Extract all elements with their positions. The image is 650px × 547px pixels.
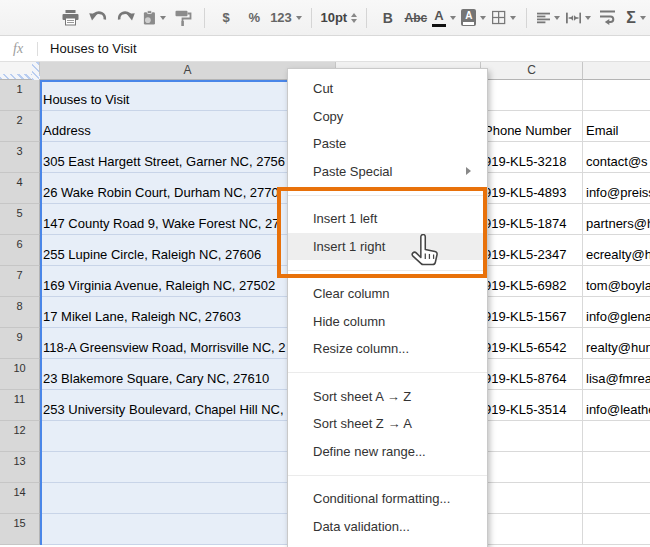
- row-header[interactable]: 13: [0, 452, 40, 483]
- cell-c6[interactable]: 919-KL5-2347: [481, 235, 583, 266]
- cell-d7[interactable]: tom@boyla: [583, 266, 650, 297]
- cell-c9[interactable]: 919-KL5-6542: [481, 328, 583, 359]
- cell-c4[interactable]: 919-KL5-4893: [481, 173, 583, 204]
- select-all-corner[interactable]: [0, 62, 40, 80]
- align-caret: [554, 16, 560, 23]
- cell-d2[interactable]: Email: [583, 111, 650, 142]
- text-color-button[interactable]: A: [433, 5, 455, 31]
- strikethrough-label: Abc: [405, 11, 428, 25]
- column-header-d[interactable]: [583, 62, 650, 80]
- toolbar-separator: [204, 8, 205, 28]
- menu-item-define-new-range[interactable]: Define new range...: [288, 438, 487, 466]
- menu-item-paste[interactable]: Paste: [288, 130, 487, 158]
- menu-item-sort-sheet-za[interactable]: Sort sheet Z → A: [288, 410, 487, 438]
- percent-format-button[interactable]: %: [243, 5, 265, 31]
- print-icon: [62, 10, 79, 26]
- paint-roller-icon: [175, 10, 192, 26]
- cell-c11[interactable]: 919-KL5-3514: [481, 390, 583, 421]
- cell-d14[interactable]: [583, 483, 650, 514]
- menu-item-hide-column[interactable]: Hide column: [288, 308, 487, 336]
- paste-button[interactable]: [143, 5, 166, 31]
- cell-c10[interactable]: 919-KL5-8764: [481, 359, 583, 390]
- number-format-button[interactable]: 123: [271, 5, 301, 31]
- row-header[interactable]: 11: [0, 390, 40, 421]
- merge-caret: [585, 16, 591, 23]
- row-header[interactable]: 3: [0, 142, 40, 173]
- cell-c12[interactable]: [481, 421, 583, 452]
- cell-d3[interactable]: contact@s: [583, 142, 650, 173]
- bold-button[interactable]: B: [377, 5, 399, 31]
- redo-icon: [117, 10, 135, 25]
- merge-cells-button[interactable]: [566, 5, 591, 31]
- cell-d4[interactable]: info@preiss: [583, 173, 650, 204]
- borders-button[interactable]: [492, 5, 515, 31]
- cell-c8[interactable]: 919-KL5-1567: [481, 297, 583, 328]
- cell-c5[interactable]: 919-KL5-1874: [481, 204, 583, 235]
- column-context-menu: Cut Copy Paste Paste Special Insert 1 le…: [287, 68, 488, 547]
- formula-bar-value[interactable]: Houses to Visit: [50, 41, 136, 56]
- menu-item-cut[interactable]: Cut: [288, 75, 487, 103]
- cell-c13[interactable]: [481, 452, 583, 483]
- currency-format-button[interactable]: $: [215, 5, 237, 31]
- cell-d13[interactable]: [583, 452, 650, 483]
- cell-d12[interactable]: [583, 421, 650, 452]
- wrap-text-button[interactable]: [597, 5, 619, 31]
- cell-d15[interactable]: [583, 514, 650, 545]
- align-button[interactable]: [537, 5, 560, 31]
- row-header[interactable]: 10: [0, 359, 40, 390]
- undo-button[interactable]: [87, 5, 109, 31]
- paint-format-button[interactable]: [172, 5, 194, 31]
- font-size-stepper[interactable]: [351, 10, 357, 26]
- cell-c1[interactable]: [481, 80, 583, 111]
- menu-item-resize-column[interactable]: Resize column...: [288, 335, 487, 363]
- row-header[interactable]: 4: [0, 173, 40, 204]
- row-header[interactable]: 9: [0, 328, 40, 359]
- cell-d11[interactable]: info@leathe: [583, 390, 650, 421]
- row-header[interactable]: 6: [0, 235, 40, 266]
- paste-dropdown-caret[interactable]: [160, 16, 166, 23]
- functions-button[interactable]: Σ: [625, 5, 647, 31]
- menu-separator: [288, 372, 487, 373]
- cell-d9[interactable]: realty@hun: [583, 328, 650, 359]
- row-header[interactable]: 14: [0, 483, 40, 514]
- cell-d10[interactable]: lisa@fmrea: [583, 359, 650, 390]
- highlight-box: [277, 187, 487, 278]
- fx-label: fx: [13, 41, 23, 57]
- number-format-label: 123: [270, 10, 292, 25]
- column-header-c[interactable]: C: [481, 62, 583, 80]
- borders-icon: [492, 10, 505, 25]
- toolbar: $ % 123 10pt B Abc A A: [0, 0, 650, 36]
- row-header[interactable]: 8: [0, 297, 40, 328]
- row-header[interactable]: 5: [0, 204, 40, 235]
- row-header[interactable]: 7: [0, 266, 40, 297]
- cell-d1[interactable]: [583, 80, 650, 111]
- fill-color-button[interactable]: A: [461, 5, 486, 31]
- spreadsheet-app: $ % 123 10pt B Abc A A: [0, 0, 650, 547]
- menu-item-copy[interactable]: Copy: [288, 103, 487, 131]
- menu-item-clear-column[interactable]: Clear column: [288, 280, 487, 308]
- row-header[interactable]: 12: [0, 421, 40, 452]
- borders-caret: [510, 16, 516, 23]
- cell-d8[interactable]: info@glena: [583, 297, 650, 328]
- menu-item-conditional-formatting[interactable]: Conditional formatting...: [288, 485, 487, 513]
- menu-item-data-validation[interactable]: Data validation...: [288, 513, 487, 541]
- row-header[interactable]: 1: [0, 80, 40, 111]
- cell-c2[interactable]: Phone Number: [481, 111, 583, 142]
- strikethrough-button[interactable]: Abc: [405, 5, 427, 31]
- row-header[interactable]: 2: [0, 111, 40, 142]
- cell-c14[interactable]: [481, 483, 583, 514]
- redo-button[interactable]: [115, 5, 137, 31]
- formula-bar[interactable]: fx Houses to Visit: [0, 36, 650, 62]
- cell-d6[interactable]: ecrealty@h: [583, 235, 650, 266]
- submenu-arrow-icon: [466, 167, 475, 175]
- menu-item-paste-special[interactable]: Paste Special: [288, 158, 487, 186]
- row-header[interactable]: 15: [0, 514, 40, 545]
- font-size-button[interactable]: 10pt: [322, 5, 356, 31]
- cell-c7[interactable]: 919-KL5-6982: [481, 266, 583, 297]
- print-button[interactable]: [59, 5, 81, 31]
- cell-c3[interactable]: 919-KL5-3218: [481, 142, 583, 173]
- menu-item-sort-sheet-az[interactable]: Sort sheet A → Z: [288, 383, 487, 411]
- cell-d5[interactable]: partners@h: [583, 204, 650, 235]
- cell-c15[interactable]: [481, 514, 583, 545]
- selection-border-left: [40, 80, 42, 545]
